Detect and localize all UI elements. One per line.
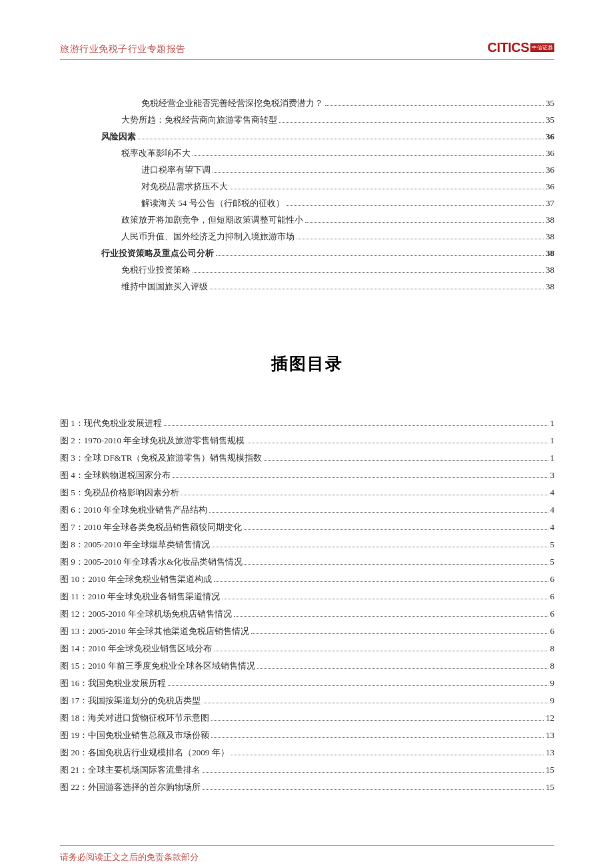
toc-leader (203, 772, 544, 773)
figure-page-number: 9 (550, 695, 555, 706)
toc-label: 税率改革影响不大 (121, 147, 191, 159)
figure-entry[interactable]: 图 13：2005-2010 年全球其他渠道免税店销售情况6 (60, 625, 554, 637)
toc-leader (305, 222, 544, 223)
toc-entry[interactable]: 人民币升值、国外经济乏力抑制入境旅游市场38 (60, 231, 554, 243)
figure-entry[interactable]: 图 15：2010 年前三季度免税业全球各区域销售情况8 (60, 660, 554, 672)
toc-leader (168, 685, 548, 686)
figure-entry[interactable]: 图 11：2010 年全球免税业各销售渠道情况6 (60, 591, 554, 603)
figure-label: 图 18：海关对进口货物征税环节示意图 (60, 712, 209, 724)
page-header: 旅游行业免税子行业专题报告 CITICS 中信证券 (60, 40, 554, 60)
toc-leader (203, 703, 548, 703)
figure-entry[interactable]: 图 12：2005-2010 年全球机场免税店销售情况6 (60, 608, 554, 620)
figure-label: 图 20：各国免税店行业规模排名（2009 年） (60, 747, 229, 759)
toc-page-number: 37 (546, 198, 554, 209)
figure-entry[interactable]: 图 18：海关对进口货物征税环节示意图12 (60, 712, 554, 724)
toc-leader (214, 651, 548, 651)
toc-leader (247, 443, 548, 443)
toc-leader (231, 755, 544, 755)
figure-label: 图 1：现代免税业发展进程 (60, 417, 162, 429)
figure-label: 图 17：我国按渠道划分的免税店类型 (60, 695, 201, 707)
toc-leader (210, 289, 544, 289)
figure-page-number: 13 (546, 747, 554, 758)
toc-entry[interactable]: 大势所趋：免税经营商向旅游零售商转型35 (60, 114, 554, 126)
toc-entry[interactable]: 税率改革影响不大36 (60, 147, 554, 159)
toc-leader (173, 477, 548, 478)
figure-entry[interactable]: 图 14：2010 年全球免税业销售区域分布8 (60, 643, 554, 655)
toc-entry[interactable]: 维持中国国旅买入评级38 (60, 281, 554, 293)
toc-entry[interactable]: 行业投资策略及重点公司分析38 (60, 247, 554, 259)
disclaimer-text: 请务必阅读正文之后的免责条款部分 (60, 852, 199, 862)
toc-leader (181, 495, 548, 495)
toc-label: 人民币升值、国外经济乏力抑制入境旅游市场 (121, 231, 295, 243)
toc-leader (193, 155, 544, 156)
figure-label: 图 11：2010 年全球免税业各销售渠道情况 (60, 591, 220, 603)
toc-entry[interactable]: 免税经营企业能否完善经营深挖免税消费潜力？35 (60, 97, 554, 109)
toc-leader (203, 789, 544, 790)
figure-label: 图 12：2005-2010 年全球机场免税店销售情况 (60, 608, 232, 620)
figure-label: 图 19：中国免税业销售总额及市场份额 (60, 729, 209, 741)
toc-entry[interactable]: 政策放开将加剧竞争，但短期政策调整可能性小38 (60, 214, 554, 226)
figures-list: 图 1：现代免税业发展进程1图 2：1970-2010 年全球免税及旅游零售销售… (60, 417, 554, 793)
toc-leader (212, 547, 548, 547)
figure-page-number: 1 (550, 435, 555, 446)
figure-label: 图 4：全球购物退税国家分布 (60, 469, 171, 481)
figure-label: 图 10：2010 年全球免税业销售渠道构成 (60, 573, 212, 585)
figure-page-number: 5 (550, 539, 555, 550)
figure-label: 图 16：我国免税业发展历程 (60, 677, 166, 689)
toc-leader (211, 737, 544, 738)
figure-entry[interactable]: 图 17：我国按渠道划分的免税店类型9 (60, 695, 554, 707)
figure-entry[interactable]: 图 7：2010 年全球各类免税品销售额较同期变化4 (60, 521, 554, 533)
figure-entry[interactable]: 图 16：我国免税业发展历程9 (60, 677, 554, 689)
toc-label: 免税经营企业能否完善经营深挖免税消费潜力？ (141, 97, 323, 109)
figure-entry[interactable]: 图 4：全球购物退税国家分布3 (60, 469, 554, 481)
toc-page-number: 38 (546, 215, 554, 225)
figure-label: 图 6：2010 年全球免税业销售产品结构 (60, 504, 207, 516)
toc-leader (164, 425, 548, 426)
figure-page-number: 3 (550, 470, 555, 481)
figure-entry[interactable]: 图 3：全球 DF&TR（免税及旅游零售）销售规模指数1 (60, 452, 554, 464)
figure-label: 图 5：免税品价格影响因素分析 (60, 487, 179, 499)
figure-entry[interactable]: 图 8：2005-2010 年全球烟草类销售情况5 (60, 539, 554, 551)
figure-label: 图 9：2005-2010 年全球香水&化妆品类销售情况 (60, 556, 243, 568)
toc-page-number: 36 (546, 165, 554, 175)
toc-leader (214, 581, 548, 582)
figure-page-number: 4 (550, 505, 555, 515)
toc-leader (287, 205, 544, 206)
toc-page-number: 35 (546, 98, 554, 109)
figure-entry[interactable]: 图 5：免税品价格影响因素分析4 (60, 487, 554, 499)
figure-entry[interactable]: 图 20：各国免税店行业规模排名（2009 年）13 (60, 747, 554, 759)
figure-entry[interactable]: 图 19：中国免税业销售总额及市场份额13 (60, 729, 554, 741)
toc-leader (264, 460, 548, 461)
toc-leader (297, 239, 544, 239)
toc-entry[interactable]: 解读海关 54 号公告（行邮税的征收）37 (60, 197, 554, 209)
toc-leader (213, 172, 544, 173)
toc-label: 行业投资策略及重点公司分析 (101, 247, 214, 259)
toc-page-number: 35 (546, 115, 554, 125)
toc-label: 对免税品需求挤压不大 (141, 181, 228, 193)
toc-leader (279, 122, 544, 123)
figure-entry[interactable]: 图 6：2010 年全球免税业销售产品结构4 (60, 504, 554, 516)
figure-entry[interactable]: 图 2：1970-2010 年全球免税及旅游零售销售规模1 (60, 435, 554, 447)
figure-entry[interactable]: 图 10：2010 年全球免税业销售渠道构成6 (60, 573, 554, 585)
figures-heading: 插图目录 (60, 353, 554, 375)
toc-entry[interactable]: 进口税率有望下调36 (60, 164, 554, 176)
toc-entry[interactable]: 风险因素36 (60, 131, 554, 143)
figure-label: 图 22：外国游客选择的首尔购物场所 (60, 781, 201, 793)
logo-text: CITICS (487, 40, 529, 55)
toc-page-number: 38 (546, 231, 554, 242)
toc-leader (138, 139, 544, 139)
figure-entry[interactable]: 图 1：现代免税业发展进程1 (60, 417, 554, 429)
figure-page-number: 1 (550, 453, 555, 463)
figure-page-number: 6 (550, 626, 555, 637)
figure-label: 图 14：2010 年全球免税业销售区域分布 (60, 643, 212, 655)
toc-entry[interactable]: 免税行业投资策略38 (60, 264, 554, 276)
toc-page-number: 38 (546, 265, 554, 275)
table-of-contents: 免税经营企业能否完善经营深挖免税消费潜力？35大势所趋：免税经营商向旅游零售商转… (60, 97, 554, 293)
figure-label: 图 8：2005-2010 年全球烟草类销售情况 (60, 539, 210, 551)
toc-label: 进口税率有望下调 (141, 164, 211, 176)
toc-leader (244, 529, 548, 530)
figure-entry[interactable]: 图 21：全球主要机场国际客流量排名15 (60, 764, 554, 776)
figure-entry[interactable]: 图 22：外国游客选择的首尔购物场所15 (60, 781, 554, 793)
figure-entry[interactable]: 图 9：2005-2010 年全球香水&化妆品类销售情况5 (60, 556, 554, 568)
toc-entry[interactable]: 对免税品需求挤压不大36 (60, 181, 554, 193)
